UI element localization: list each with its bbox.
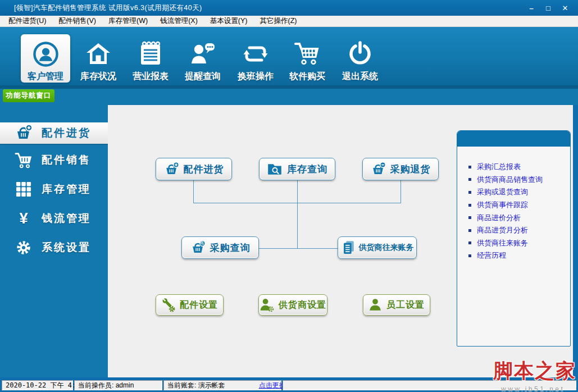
connector-line	[193, 203, 401, 203]
flow-button-parts-settings[interactable]: 配件设置	[156, 294, 224, 316]
sidebar-item-system-settings[interactable]: 系统设置	[0, 236, 108, 259]
reminder-person-bubble-icon	[189, 38, 216, 70]
status-datetime: 2020-10-22 下午 4:57:19	[2, 380, 73, 390]
flow-button-purchase-return[interactable]: 采购退货	[362, 158, 439, 180]
grid-icon	[15, 181, 33, 197]
sidebar-item-label: 系统设置	[42, 240, 91, 255]
window-controls: – □ ✕	[525, 0, 571, 16]
flow-button-label: 供货商设置	[279, 299, 326, 311]
toolbar-item-label: 提醒查询	[185, 70, 221, 83]
connector-line	[297, 180, 298, 249]
flow-button-parts-purchase[interactable]: 配件进货	[156, 158, 232, 180]
menu-item-inventory[interactable]: 库存管理(W)	[102, 15, 154, 27]
toolbar-item-shift-change[interactable]: 换班操作	[231, 34, 280, 83]
sidebar-item-label: 库存管理	[42, 182, 91, 197]
yen-icon: ¥	[15, 211, 33, 226]
sidebar-item-label: 配件销售	[42, 153, 91, 167]
toolbar-item-exit-system[interactable]: 退出系统	[335, 34, 385, 83]
flow-button-label: 供货商往来账务	[359, 243, 414, 253]
sidebar: 配件进货 配件销售	[0, 105, 108, 377]
nav-window-tag: 功能导航窗口	[3, 89, 54, 102]
toolbar-item-label: 退出系统	[342, 70, 378, 83]
cart-icon	[15, 151, 33, 169]
quick-link-purchase-summary-report[interactable]: 采购汇总报表	[457, 161, 570, 174]
flow-button-label: 采购查询	[210, 241, 251, 254]
menu-item-purchase[interactable]: 配件进货(U)	[2, 15, 52, 27]
flow-button-supplier-settings[interactable]: 供货商设置	[258, 294, 327, 316]
home-icon	[85, 38, 112, 70]
person-icon	[368, 298, 382, 312]
nav-tag-row: 功能导航窗口	[0, 89, 578, 105]
power-icon	[348, 38, 372, 70]
toolbar-item-label: 营业报表	[133, 70, 169, 83]
flow-button-label: 员工设置	[386, 299, 425, 311]
quick-link-product-purchase-price-analysis[interactable]: 商品进价分析	[457, 211, 570, 224]
flow-button-label: 配件设置	[180, 299, 218, 311]
quick-links-list: 采购汇总报表 供货商商品销售查询 采购或退货查询 供货商事件跟踪 商品进价分析 …	[457, 147, 570, 262]
toolbar-item-customer[interactable]: 客户管理	[21, 34, 70, 83]
menu-item-other[interactable]: 其它操作(Z)	[254, 15, 303, 27]
quick-link-purchase-or-return-query[interactable]: 采购或退货查询	[457, 186, 570, 199]
flow-button-supplier-accounts[interactable]: 供货商往来账务	[338, 236, 417, 259]
title-bar: [领智]汽车配件销售管理系统 试用版v6.3(试用期还有40天) – □ ✕	[0, 0, 578, 16]
flow-button-label: 采购退货	[390, 163, 431, 176]
bullet-icon	[468, 216, 471, 219]
bullet-icon	[468, 166, 471, 168]
toolbar-item-buy-software[interactable]: 软件购买	[283, 34, 332, 83]
flow-button-inventory-query[interactable]: 库存查询	[259, 158, 335, 180]
bullet-icon	[468, 241, 471, 244]
close-button[interactable]: ✕	[559, 2, 571, 13]
quick-link-business-history[interactable]: 经营历程	[457, 249, 570, 262]
shift-swap-arrows-icon	[242, 38, 269, 70]
basket-search-icon	[190, 240, 206, 256]
quick-link-supplier-accounts[interactable]: 供货商往来账务	[457, 237, 570, 250]
bullet-icon	[468, 191, 471, 194]
flow-button-label: 配件进货	[184, 163, 224, 176]
toolbar-item-label: 库存状况	[80, 70, 116, 83]
flow-button-employee-settings[interactable]: 员工设置	[363, 294, 430, 316]
flow-button-label: 库存查询	[287, 163, 327, 176]
maximize-button[interactable]: □	[542, 2, 554, 13]
main-content: 配件进货 库存查询 采购退货	[108, 105, 573, 377]
connector-line	[193, 180, 194, 203]
window-title: [领智]汽车配件销售管理系统 试用版v6.3(试用期还有40天)	[14, 3, 202, 13]
toolbar-item-stock-status[interactable]: 库存状况	[74, 34, 123, 83]
toolbar-item-reminder-query[interactable]: 提醒查询	[178, 34, 227, 83]
quick-links-panel: 采购汇总报表 供货商商品销售查询 采购或退货查询 供货商事件跟踪 商品进价分析 …	[457, 130, 571, 347]
toolbar-item-business-report[interactable]: 营业报表	[126, 34, 175, 83]
menu-item-sales[interactable]: 配件销售(V)	[52, 15, 102, 27]
connector-line	[400, 180, 401, 203]
basket-plus-icon	[164, 162, 179, 177]
menu-bar: 配件进货(U) 配件销售(V) 库存管理(W) 钱流管理(X) 基本设置(Y) …	[0, 16, 578, 27]
bullet-icon	[468, 204, 471, 207]
gear-icon	[15, 239, 33, 256]
status-empty-cell	[283, 380, 576, 390]
quick-links-header	[457, 131, 570, 147]
menu-item-settings[interactable]: 基本设置(Y)	[204, 15, 254, 27]
quick-link-supplier-product-sales-query[interactable]: 供货商商品销售查询	[457, 174, 570, 186]
flow-button-purchase-query[interactable]: 采购查询	[181, 236, 259, 259]
toolbar-item-label: 软件购买	[289, 70, 325, 83]
quick-link-supplier-event-tracking[interactable]: 供货商事件跟踪	[457, 199, 570, 212]
sidebar-item-label: 钱流管理	[42, 211, 91, 226]
connector-line	[259, 248, 338, 249]
sidebar-item-parts-purchase[interactable]: 配件进货	[0, 122, 108, 144]
menu-item-cashflow[interactable]: 钱流管理(X)	[154, 15, 204, 27]
sidebar-item-cashflow-management[interactable]: ¥ 钱流管理	[0, 207, 108, 230]
sidebar-item-label: 配件进货	[42, 126, 91, 140]
folder-search-icon	[267, 162, 283, 177]
quick-link-product-monthly-purchase-analysis[interactable]: 商品进货月分析	[457, 224, 570, 237]
toolbar-item-label: 客户管理	[28, 70, 63, 83]
basket-minus-icon	[371, 162, 386, 177]
ledger-document-icon	[341, 240, 356, 256]
toolbar-item-label: 换班操作	[238, 70, 274, 83]
status-operator: 当前操作员: admin	[74, 380, 162, 390]
sidebar-item-inventory-management[interactable]: 库存管理	[0, 178, 108, 200]
customer-circle-icon	[33, 38, 59, 70]
toolbar: 客户管理 库存状况	[0, 27, 578, 85]
bullet-icon	[468, 254, 471, 257]
shopping-cart-icon	[294, 38, 321, 70]
minimize-button[interactable]: –	[525, 2, 538, 13]
wrench-gear-icon	[161, 298, 175, 312]
sidebar-item-parts-sales[interactable]: 配件销售	[0, 149, 108, 171]
